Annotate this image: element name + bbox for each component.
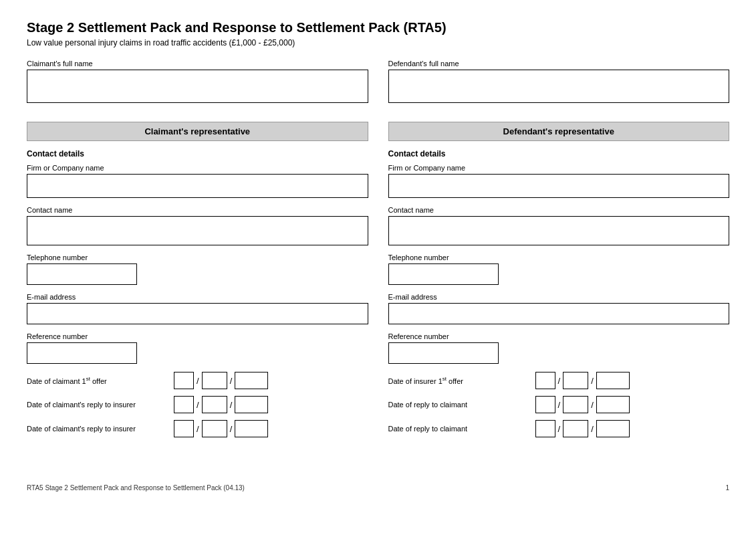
claimant-telephone-group: Telephone number bbox=[27, 253, 368, 285]
defendant-full-name-label: Defendant's full name bbox=[388, 60, 730, 68]
defendant-email-group: E-mail address bbox=[388, 293, 730, 324]
claimant-date1-yyyy[interactable] bbox=[235, 372, 268, 389]
claimant-date2-row: Date of claimant's reply to insurer / / bbox=[27, 396, 368, 413]
defendant-date3-label: Date of reply to claimant bbox=[388, 425, 535, 433]
defendant-firm-label: Firm or Company name bbox=[388, 164, 730, 172]
claimant-telephone-input[interactable] bbox=[27, 263, 137, 285]
footer-left: RTA5 Stage 2 Settlement Pack and Respons… bbox=[27, 484, 245, 492]
defendant-full-name-input[interactable] bbox=[388, 70, 730, 103]
defendant-date1-yyyy[interactable] bbox=[596, 372, 630, 389]
defendant-reference-group: Reference number bbox=[388, 332, 730, 364]
defendant-contact-name-label: Contact name bbox=[388, 206, 730, 214]
defendant-date1-boxes: / / bbox=[535, 372, 630, 389]
claimant-date3-row: Date of claimant's reply to insurer / / bbox=[27, 420, 368, 437]
claimant-firm-label: Firm or Company name bbox=[27, 164, 368, 172]
defendant-date3-row: Date of reply to claimant / / bbox=[388, 420, 730, 437]
claimant-contact-name-group: Contact name bbox=[27, 206, 368, 245]
defendant-telephone-group: Telephone number bbox=[388, 253, 730, 285]
claimant-date2-yyyy[interactable] bbox=[235, 396, 268, 413]
claimant-date3-label: Date of claimant's reply to insurer bbox=[27, 425, 174, 433]
defendant-telephone-input[interactable] bbox=[388, 263, 499, 285]
defendant-date1-mm[interactable] bbox=[563, 372, 588, 389]
defendant-date3-mm[interactable] bbox=[563, 420, 588, 437]
claimant-date3-mm[interactable] bbox=[202, 420, 227, 437]
claimant-date1-label: Date of claimant 1st offer bbox=[27, 376, 174, 385]
defendant-date3-boxes: / / bbox=[535, 420, 630, 437]
defendant-section-header: Defendant's representative bbox=[388, 122, 730, 141]
claimant-email-input[interactable] bbox=[27, 303, 368, 324]
defendant-contact-name-group: Contact name bbox=[388, 206, 730, 245]
claimant-full-name-group: Claimant's full name bbox=[27, 60, 368, 103]
claimant-date2-dd[interactable] bbox=[174, 396, 194, 413]
claimant-reference-group: Reference number bbox=[27, 332, 368, 364]
claimant-firm-input[interactable] bbox=[27, 174, 368, 198]
claimant-section-header: Claimant's representative bbox=[27, 122, 368, 141]
claimant-date2-mm[interactable] bbox=[202, 396, 227, 413]
defendant-reference-label: Reference number bbox=[388, 332, 730, 340]
defendant-telephone-label: Telephone number bbox=[388, 253, 730, 261]
claimant-date2-boxes: / / bbox=[174, 396, 268, 413]
defendant-date1-dd[interactable] bbox=[535, 372, 555, 389]
defendant-firm-group: Firm or Company name bbox=[388, 164, 730, 198]
claimant-section: Claimant's representative Contact detail… bbox=[27, 122, 368, 451]
claimant-date1-row: Date of claimant 1st offer / / bbox=[27, 372, 368, 389]
defendant-full-name-group: Defendant's full name bbox=[388, 60, 730, 103]
claimant-date3-yyyy[interactable] bbox=[235, 420, 268, 437]
claimant-date1-dd[interactable] bbox=[174, 372, 194, 389]
claimant-date3-boxes: / / bbox=[174, 420, 268, 437]
defendant-section: Defendant's representative Contact detai… bbox=[388, 122, 730, 451]
claimant-date3-dd[interactable] bbox=[174, 420, 194, 437]
claimant-date1-mm[interactable] bbox=[202, 372, 227, 389]
defendant-reference-input[interactable] bbox=[388, 342, 499, 364]
claimant-full-name-input[interactable] bbox=[27, 70, 368, 103]
defendant-date3-dd[interactable] bbox=[535, 420, 555, 437]
claimant-date1-boxes: / / bbox=[174, 372, 268, 389]
defendant-firm-input[interactable] bbox=[388, 174, 730, 198]
defendant-date2-dd[interactable] bbox=[535, 396, 555, 413]
claimant-email-label: E-mail address bbox=[27, 293, 368, 301]
page-subtitle: Low value personal injury claims in road… bbox=[27, 38, 729, 47]
defendant-date2-label: Date of reply to claimant bbox=[388, 401, 535, 409]
defendant-email-label: E-mail address bbox=[388, 293, 730, 301]
page-title: Stage 2 Settlement Pack and Response to … bbox=[27, 20, 729, 35]
claimant-contact-name-input[interactable] bbox=[27, 216, 368, 245]
defendant-date3-yyyy[interactable] bbox=[596, 420, 630, 437]
claimant-contact-name-label: Contact name bbox=[27, 206, 368, 214]
claimant-date2-label: Date of claimant's reply to insurer bbox=[27, 401, 174, 409]
defendant-email-input[interactable] bbox=[388, 303, 730, 324]
defendant-date2-mm[interactable] bbox=[563, 396, 588, 413]
defendant-date2-yyyy[interactable] bbox=[596, 396, 630, 413]
defendant-contact-title: Contact details bbox=[388, 149, 730, 158]
claimant-firm-group: Firm or Company name bbox=[27, 164, 368, 198]
defendant-contact-name-input[interactable] bbox=[388, 216, 730, 245]
defendant-date1-row: Date of insurer 1st offer / / bbox=[388, 372, 730, 389]
claimant-reference-label: Reference number bbox=[27, 332, 368, 340]
defendant-date1-label: Date of insurer 1st offer bbox=[388, 376, 535, 385]
defendant-date2-boxes: / / bbox=[535, 396, 630, 413]
footer: RTA5 Stage 2 Settlement Pack and Respons… bbox=[27, 477, 729, 492]
claimant-telephone-label: Telephone number bbox=[27, 253, 368, 261]
claimant-reference-input[interactable] bbox=[27, 342, 137, 364]
footer-right: 1 bbox=[725, 484, 729, 492]
claimant-full-name-label: Claimant's full name bbox=[27, 60, 368, 68]
claimant-contact-title: Contact details bbox=[27, 149, 368, 158]
defendant-date2-row: Date of reply to claimant / / bbox=[388, 396, 730, 413]
claimant-email-group: E-mail address bbox=[27, 293, 368, 324]
